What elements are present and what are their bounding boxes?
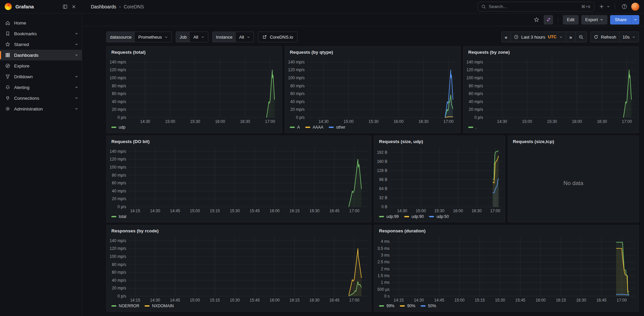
svg-text:16:15: 16:15 [289, 298, 300, 303]
sidebar-item-home[interactable]: Home [0, 17, 82, 28]
svg-text:20 mp/s: 20 mp/s [290, 107, 305, 112]
legend-item[interactable]: NOERROR [111, 304, 139, 308]
top-header: Grafana Dashboards › CoreDNS Search... ⌘… [0, 0, 644, 13]
refresh-interval-select[interactable]: 10s [619, 32, 639, 42]
chart-area[interactable]: 0 p/s20 mp/s40 mp/s60 mp/s80 mp/s100 mp/… [107, 234, 371, 303]
chart-area[interactable]: 0 p/s20 mp/s40 mp/s60 mp/s80 mp/s100 mp/… [107, 145, 371, 214]
legend-item[interactable]: 50% [421, 304, 436, 308]
edit-button[interactable]: Edit [563, 15, 578, 25]
chart-canvas[interactable]: 0 p/s20 mp/s40 mp/s60 mp/s80 mp/s100 mp/… [285, 55, 460, 124]
panel-title[interactable]: Requests (size, udp) [374, 136, 505, 145]
breadcrumb-dashboards[interactable]: Dashboards [91, 4, 116, 9]
user-avatar[interactable] [631, 3, 639, 11]
chart-area[interactable]: 0 p/s20 mp/s40 mp/s60 mp/s80 mp/s100 mp/… [107, 55, 282, 124]
new-button[interactable] [597, 2, 606, 11]
svg-text:40 mp/s: 40 mp/s [290, 99, 305, 104]
legend-label: 90% [407, 304, 415, 308]
panel-title[interactable]: Requests (by qtype) [285, 47, 460, 55]
svg-text:100 mp/s: 100 mp/s [110, 76, 126, 80]
svg-text:14:30: 14:30 [414, 298, 424, 303]
chevron-down-icon[interactable] [74, 42, 78, 46]
chart-canvas[interactable]: 0 p/s20 mp/s40 mp/s60 mp/s80 mp/s100 mp/… [107, 234, 371, 303]
legend-item[interactable]: total [111, 214, 126, 219]
datasource-variable: datasource Prometheus [106, 32, 172, 42]
time-shift-forward-button[interactable]: » [566, 32, 575, 42]
legend-item[interactable]: other [329, 125, 345, 130]
chart-canvas[interactable]: 0 s500 µs1 ms1.5 ms2 ms2.5 ms3 ms3.5 ms4… [374, 234, 639, 303]
svg-text:140 mp/s: 140 mp/s [288, 60, 305, 64]
chart-area[interactable]: 0 p/s20 mp/s40 mp/s60 mp/s80 mp/s100 mp/… [464, 55, 639, 124]
help-button[interactable] [620, 2, 629, 11]
chevron-down-icon[interactable] [74, 85, 78, 89]
sidebar-item-drilldown[interactable]: Drilldown [0, 71, 82, 82]
sidebar-item-bookmarks[interactable]: Bookmarks [0, 28, 82, 39]
export-button[interactable]: Export [581, 15, 608, 25]
funnel-icon [5, 74, 10, 79]
panel-title[interactable]: Requests (DO bit) [107, 136, 371, 145]
panel-title[interactable]: Requests (total) [107, 47, 282, 55]
dock-menu-button[interactable] [61, 2, 69, 11]
svg-text:14:30: 14:30 [150, 209, 160, 213]
chevron-down-icon[interactable] [74, 96, 78, 100]
legend-item[interactable]: A [290, 125, 300, 130]
refresh-button[interactable]: Refresh [591, 32, 620, 42]
chevron-down-icon[interactable] [74, 107, 78, 111]
legend-item[interactable]: NXDOMAIN [145, 304, 174, 308]
svg-text:20 mp/s: 20 mp/s [112, 107, 126, 112]
legend-item[interactable]: 99% [379, 304, 394, 308]
chevron-down-icon[interactable] [74, 75, 78, 79]
legend-item[interactable]: AAAA [305, 125, 323, 130]
panel-title[interactable]: Responses (by rcode) [107, 225, 371, 234]
legend-item[interactable]: udp:90 [404, 214, 424, 219]
favorite-button[interactable] [532, 15, 541, 25]
sidebar-item-explore[interactable]: Explore [0, 60, 82, 71]
legend-item[interactable]: udp:99 [379, 214, 399, 219]
legend-swatch [404, 216, 409, 217]
search-shortcut: ⌘+k [581, 4, 591, 9]
datasource-select[interactable]: Prometheus [135, 32, 171, 42]
chevron-down-icon[interactable] [74, 53, 78, 57]
panel-title[interactable]: Requests (size,tcp) [508, 136, 639, 145]
share-button[interactable]: Share [610, 15, 631, 25]
public-dashboard-button[interactable] [544, 15, 553, 25]
chevron-down-icon[interactable] [606, 5, 610, 8]
time-shift-back-button[interactable]: « [502, 32, 511, 42]
sidebar-item-alerting[interactable]: Alerting [0, 82, 82, 93]
chart-area[interactable]: 0 B32 B64 B96 B128 B160 B192 B14:3015:00… [374, 145, 505, 214]
panel-title[interactable]: Responses (duration) [374, 225, 639, 234]
chart-canvas[interactable]: 0 p/s20 mp/s40 mp/s60 mp/s80 mp/s100 mp/… [464, 55, 639, 124]
legend-item[interactable]: udp:50 [429, 214, 449, 219]
chart-canvas[interactable]: 0 p/s20 mp/s40 mp/s60 mp/s80 mp/s100 mp/… [107, 55, 282, 124]
legend-label: 50% [428, 304, 436, 308]
chart-area[interactable]: 0 p/s20 mp/s40 mp/s60 mp/s80 mp/s100 mp/… [285, 55, 460, 124]
chevron-down-icon [600, 18, 603, 21]
legend-item[interactable]: udp [111, 125, 125, 130]
chevron-down-icon[interactable] [74, 32, 78, 36]
panel-title[interactable]: Requests (by zone) [464, 47, 639, 55]
sidebar-item-administration[interactable]: Administration [0, 103, 82, 114]
search-input[interactable]: Search... ⌘+k [478, 2, 594, 11]
sidebar-item-starred[interactable]: Starred [0, 39, 82, 50]
panel-requests-size-tcp: Requests (size,tcp)No data [508, 136, 639, 222]
panel-requests-total: Requests (total)0 p/s20 mp/s40 mp/s60 mp… [106, 46, 282, 133]
svg-text:15:00: 15:00 [416, 209, 426, 213]
legend-item[interactable]: . [468, 125, 477, 130]
zoom-out-button[interactable] [575, 32, 587, 42]
job-select[interactable]: All [190, 32, 208, 42]
sidebar-item-connections[interactable]: Connections [0, 93, 82, 103]
instance-select[interactable]: All [236, 32, 254, 42]
sidebar-item-dashboards[interactable]: Dashboards [0, 50, 82, 60]
chevron-down-icon [247, 35, 250, 39]
close-menu-button[interactable] [69, 2, 78, 11]
chart-area[interactable]: 0 s500 µs1 ms1.5 ms2 ms2.5 ms3 ms3.5 ms4… [374, 234, 639, 303]
time-range-picker[interactable]: Last 3 hours UTC [511, 32, 566, 42]
coredns-link-label: CoreDNS.io [270, 35, 293, 40]
legend-item[interactable]: 90% [400, 304, 415, 308]
share-menu-button[interactable] [631, 15, 639, 25]
svg-text:15:15: 15:15 [210, 298, 220, 303]
svg-text:15:15: 15:15 [210, 209, 220, 213]
chart-canvas[interactable]: 0 p/s20 mp/s40 mp/s60 mp/s80 mp/s100 mp/… [107, 145, 371, 214]
chart-canvas[interactable]: 0 B32 B64 B96 B128 B160 B192 B14:3015:00… [374, 145, 505, 214]
close-icon [71, 4, 76, 9]
coredns-link[interactable]: CoreDNS.io [258, 32, 297, 42]
